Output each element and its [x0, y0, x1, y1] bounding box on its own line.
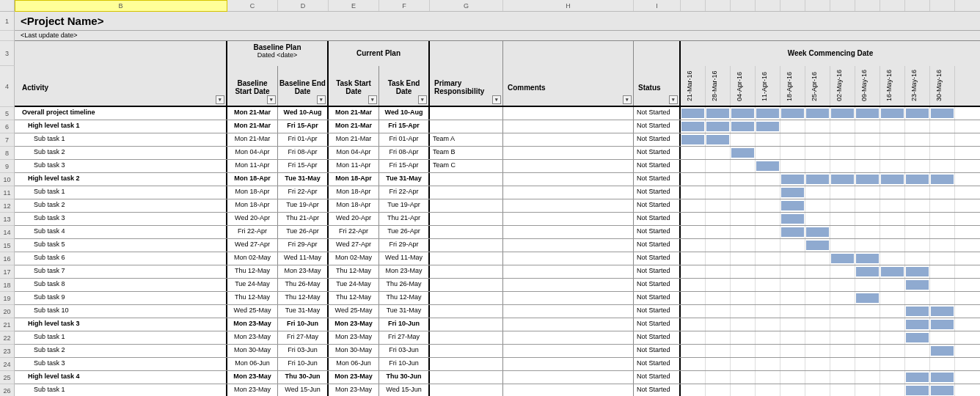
cell-status[interactable]: Not Started [634, 384, 681, 396]
cell-activity[interactable]: Sub task 1 [15, 186, 227, 199]
col-letter-c[interactable]: C [227, 0, 278, 11]
gantt-cell[interactable] [681, 331, 706, 344]
gantt-cell[interactable] [731, 239, 756, 252]
cell-comments[interactable] [503, 292, 634, 304]
gantt-cell[interactable] [756, 279, 780, 291]
gantt-cell[interactable] [830, 358, 855, 370]
gantt-cell[interactable] [830, 305, 855, 318]
gantt-cell[interactable] [731, 265, 756, 278]
row-num-21[interactable]: 21 [0, 318, 15, 331]
cell-activity[interactable]: Sub task 1 [15, 384, 227, 396]
gantt-cell[interactable] [855, 213, 880, 225]
header-status[interactable]: Status ▾ [634, 66, 681, 106]
cell-date[interactable]: Mon 21-Mar [329, 107, 379, 120]
gantt-cell[interactable] [756, 120, 780, 133]
cell-primary[interactable] [430, 305, 503, 318]
cell-date[interactable]: Mon 30-May [329, 345, 379, 357]
cell-date[interactable]: Thu 12-May [278, 292, 329, 304]
gantt-cell[interactable] [780, 147, 805, 159]
gantt-cell[interactable] [681, 226, 706, 238]
cell-date[interactable]: Wed 10-Aug [379, 107, 430, 120]
gantt-cell[interactable] [805, 239, 830, 252]
cell-status[interactable]: Not Started [634, 173, 681, 186]
cell-primary[interactable] [430, 186, 503, 199]
gantt-cell[interactable] [706, 160, 731, 172]
row-num-11[interactable]: 11 [0, 186, 15, 199]
filter-icon[interactable]: ▾ [669, 95, 678, 104]
gantt-cell[interactable] [880, 173, 905, 186]
gantt-cell[interactable] [880, 226, 905, 238]
gantt-cell[interactable] [706, 120, 731, 133]
gantt-cell[interactable] [880, 279, 905, 291]
gantt-cell[interactable] [805, 147, 830, 159]
cell-activity[interactable]: Sub task 9 [15, 292, 227, 304]
row-num-26[interactable]: 26 [0, 384, 15, 396]
gantt-cell[interactable] [805, 331, 830, 344]
cell-status[interactable]: Not Started [634, 252, 681, 265]
gantt-cell[interactable] [681, 120, 706, 133]
cell-comments[interactable] [503, 318, 634, 331]
gantt-cell[interactable] [780, 186, 805, 199]
cell-activity[interactable]: High level task 4 [15, 371, 227, 384]
gantt-cell[interactable] [880, 199, 905, 212]
gantt-cell[interactable] [731, 292, 756, 304]
gantt-cell[interactable] [905, 265, 930, 278]
gantt-cell[interactable] [805, 279, 830, 291]
cell-date[interactable]: Tue 24-May [227, 279, 278, 291]
gantt-cell[interactable] [905, 371, 930, 384]
gantt-cell[interactable] [681, 371, 706, 384]
gantt-cell[interactable] [805, 345, 830, 357]
gantt-cell[interactable] [780, 226, 805, 238]
gantt-cell[interactable] [756, 199, 780, 212]
gantt-cell[interactable] [756, 160, 780, 172]
row-num-15[interactable]: 15 [0, 239, 15, 252]
gantt-cell[interactable] [880, 186, 905, 199]
gantt-cell[interactable] [830, 173, 855, 186]
cell-date[interactable]: Thu 21-Apr [379, 213, 430, 225]
gantt-cell[interactable] [731, 252, 756, 265]
gantt-cell[interactable] [880, 213, 905, 225]
gantt-cell[interactable] [930, 120, 955, 133]
cell-date[interactable]: Fri 29-Apr [278, 239, 329, 252]
gantt-cell[interactable] [855, 279, 880, 291]
gantt-cell[interactable] [930, 239, 955, 252]
gantt-cell[interactable] [830, 384, 855, 396]
gantt-cell[interactable] [731, 120, 756, 133]
cell-comments[interactable] [503, 252, 634, 265]
header-baseline-start[interactable]: Baseline Start Date ▾ [227, 66, 278, 106]
gantt-cell[interactable] [681, 133, 706, 146]
gantt-cell[interactable] [905, 345, 930, 357]
gantt-cell[interactable] [706, 173, 731, 186]
gantt-cell[interactable] [731, 279, 756, 291]
gantt-cell[interactable] [756, 107, 780, 120]
gantt-cell[interactable] [731, 186, 756, 199]
cell-date[interactable]: Fri 10-Jun [278, 318, 329, 331]
gantt-cell[interactable] [855, 133, 880, 146]
gantt-cell[interactable] [830, 318, 855, 331]
cell-date[interactable]: Mon 11-Apr [329, 160, 379, 172]
week-header-5[interactable]: 25-Apr-16 [805, 66, 830, 106]
cell-date[interactable]: Thu 21-Apr [278, 213, 329, 225]
gantt-cell[interactable] [780, 345, 805, 357]
gantt-cell[interactable] [731, 160, 756, 172]
gantt-cell[interactable] [731, 173, 756, 186]
gantt-cell[interactable] [731, 305, 756, 318]
gantt-cell[interactable] [756, 173, 780, 186]
gantt-cell[interactable] [706, 186, 731, 199]
gantt-cell[interactable] [830, 331, 855, 344]
gantt-cell[interactable] [830, 120, 855, 133]
cell-date[interactable]: Fri 08-Apr [379, 147, 430, 159]
cell-date[interactable]: Fri 15-Apr [379, 160, 430, 172]
cell-date[interactable]: Wed 20-Apr [329, 213, 379, 225]
cell-activity[interactable]: High level task 3 [15, 318, 227, 331]
cell-date[interactable]: Mon 21-Mar [329, 133, 379, 146]
gantt-cell[interactable] [855, 173, 880, 186]
cell-status[interactable]: Not Started [634, 239, 681, 252]
cell-comments[interactable] [503, 160, 634, 172]
cell-status[interactable]: Not Started [634, 186, 681, 199]
gantt-cell[interactable] [731, 133, 756, 146]
gantt-cell[interactable] [880, 371, 905, 384]
cell-activity[interactable]: Sub task 2 [15, 147, 227, 159]
cell-date[interactable]: Thu 12-May [329, 265, 379, 278]
cell-date[interactable]: Fri 22-Apr [379, 186, 430, 199]
